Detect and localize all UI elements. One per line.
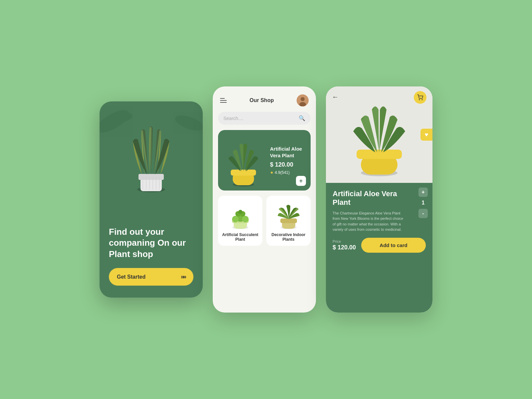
svg-point-13 xyxy=(301,97,305,101)
svg-point-22 xyxy=(232,216,239,222)
svg-rect-34 xyxy=(357,150,402,159)
screen-product-detail: ← xyxy=(326,86,432,313)
price-label: Price xyxy=(333,239,356,243)
decorative-name: Decorative Indoor Plants xyxy=(270,232,307,242)
screen1-title: Find out your companing On our Plant sho… xyxy=(109,226,193,260)
cart-button[interactable] xyxy=(414,91,426,104)
hero-plant xyxy=(100,101,203,215)
hamburger-line xyxy=(220,102,227,103)
hamburger-line xyxy=(220,100,227,101)
screen-shop: Our Shop Search.... 🔍 xyxy=(213,86,316,313)
price-block: Price $ 120.00 xyxy=(333,239,356,251)
cart-icon xyxy=(417,94,423,100)
featured-price: $ 120.00 xyxy=(270,161,305,168)
featured-rating: ★ 4.9(541) xyxy=(270,170,305,175)
wishlist-button[interactable]: ♥ xyxy=(420,129,432,141)
featured-info: Artificial Aloe Vera Plant $ 120.00 ★ 4.… xyxy=(267,146,305,175)
hamburger-menu[interactable] xyxy=(220,98,227,103)
svg-point-30 xyxy=(419,99,420,100)
hamburger-line xyxy=(220,98,225,99)
search-icon: 🔍 xyxy=(299,115,305,121)
decorative-plant-svg xyxy=(274,200,304,230)
star-icon: ★ xyxy=(270,170,274,175)
aloe-vera-svg xyxy=(223,135,263,187)
svg-point-31 xyxy=(422,99,422,100)
add-to-cart-quick-button[interactable]: + xyxy=(296,176,306,186)
product-card-decorative[interactable]: Decorative Indoor Plants xyxy=(266,196,311,246)
search-placeholder: Search.... xyxy=(223,116,296,121)
product-hero: ← xyxy=(326,86,432,183)
svg-rect-5 xyxy=(138,174,164,180)
product-info-panel: + 1 - Artificial Aloe Vera Plant The Cha… xyxy=(326,183,432,313)
shop-title: Our Shop xyxy=(250,97,274,103)
get-started-button[interactable]: Get Started »» xyxy=(109,268,193,286)
add-to-cart-button[interactable]: Add to card xyxy=(361,238,426,253)
svg-point-26 xyxy=(238,210,242,214)
quantity-controls: + 1 - xyxy=(418,188,428,218)
search-bar[interactable]: Search.... 🔍 xyxy=(218,112,311,125)
snake-plant-svg xyxy=(118,101,184,201)
price-value: $ 120.00 xyxy=(333,244,356,251)
price-and-cart: Price $ 120.00 Add to card xyxy=(333,238,426,253)
product-description: The Chartreuse Elegance Aloe Vera Plant … xyxy=(333,210,406,232)
featured-name: Artificial Aloe Vera Plant xyxy=(270,146,305,159)
avatar-svg xyxy=(297,94,309,106)
back-button[interactable]: ← xyxy=(332,93,339,101)
screen-landing: Find out your companing On our Plant sho… xyxy=(100,101,203,298)
succulent-svg xyxy=(225,200,255,230)
rating-value: 4.9(541) xyxy=(275,170,290,175)
get-started-label: Get Started xyxy=(117,274,145,280)
product-name: Artificial Aloe Vera Plant xyxy=(333,190,406,207)
product-card-succulent[interactable]: Artificial Succulent Plant xyxy=(218,196,262,246)
product-plant-svg xyxy=(343,93,416,176)
svg-rect-29 xyxy=(280,218,297,223)
arrows-icon: »» xyxy=(181,273,185,280)
shop-header: Our Shop xyxy=(213,86,316,112)
quantity-plus-button[interactable]: + xyxy=(418,188,428,197)
featured-plant-image xyxy=(223,135,267,185)
succulent-name: Artificial Succulent Plant xyxy=(222,232,258,242)
product-grid: Artificial Succulent Plant xyxy=(213,196,316,251)
quantity-minus-button[interactable]: - xyxy=(418,209,428,218)
svg-point-23 xyxy=(242,216,249,222)
screen1-text-block: Find out your companing On our Plant sho… xyxy=(109,226,193,286)
user-avatar[interactable] xyxy=(297,94,309,106)
quantity-display: 1 xyxy=(418,198,428,207)
featured-product-card[interactable]: Artificial Aloe Vera Plant $ 120.00 ★ 4.… xyxy=(218,130,311,191)
